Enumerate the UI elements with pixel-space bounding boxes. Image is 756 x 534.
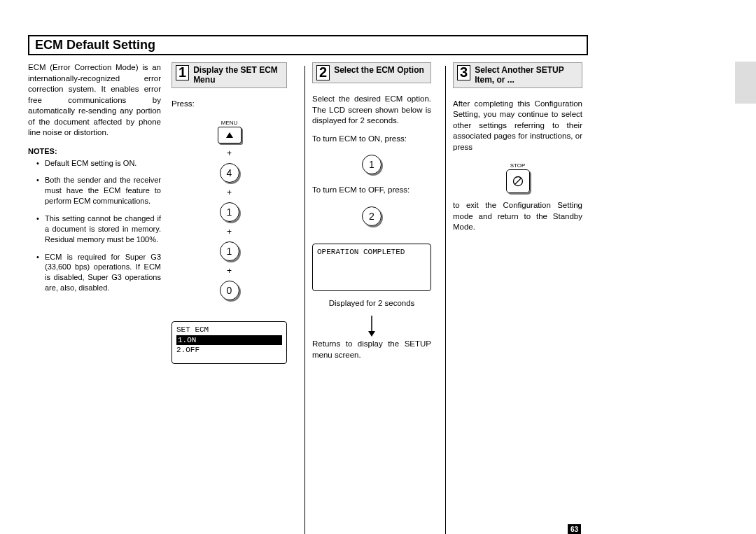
menu-button-label: MENU xyxy=(218,120,241,126)
lcd-title: SET ECM xyxy=(176,325,282,335)
lcd-screen-operation-completed: OPERATION COMPLETED xyxy=(312,244,431,291)
step-1-title: Display the SET ECM Menu xyxy=(193,65,283,85)
stop-button: STOP xyxy=(506,162,530,193)
page-title-bar: ECM Default Setting xyxy=(28,35,588,55)
step-2-intro: Select the desired ECM option. The LCD s… xyxy=(312,94,431,127)
key-1b: 1 xyxy=(220,241,239,261)
note-item: Default ECM setting is ON. xyxy=(36,158,161,169)
svg-marker-1 xyxy=(368,331,375,337)
notes-header: NOTES: xyxy=(28,147,161,155)
plus-sign: + xyxy=(172,188,287,197)
note-item: ECM is required for Super G3 (33,600 bps… xyxy=(36,252,161,293)
note-item: This setting cannot be changed if a docu… xyxy=(36,213,161,245)
stop-button-label: STOP xyxy=(506,162,530,169)
step-2-number: 2 xyxy=(316,65,330,80)
arrow-down-icon xyxy=(368,316,375,337)
lcd-message: OPERATION COMPLETED xyxy=(317,247,426,257)
step-3-intro: After completing this Configuration Sett… xyxy=(453,99,582,153)
step-1-number: 1 xyxy=(176,65,189,80)
key-1: 1 xyxy=(220,202,239,222)
plus-sign: + xyxy=(172,148,287,158)
ecm-off-text: To turn ECM to OFF, press: xyxy=(312,185,431,196)
page-number: 63 xyxy=(568,524,581,534)
lcd-screen-set-ecm: SET ECM 1.ON 2.OFF xyxy=(172,321,287,364)
intro-text: ECM (Error Correction Mode) is an intern… xyxy=(28,62,161,139)
page-title: ECM Default Setting xyxy=(29,36,161,54)
step-1-header: 1 Display the SET ECM Menu xyxy=(172,62,287,88)
key-4: 4 xyxy=(220,163,239,183)
lcd-option-off: 2.OFF xyxy=(176,345,282,355)
step-2-title: Select the ECM Option xyxy=(334,65,424,75)
exit-text: to exit the Configuration Setting mode a… xyxy=(453,200,582,233)
return-text: Returns to display the SETUP menu screen… xyxy=(312,339,431,360)
step-3-title: Select Another SETUP Item, or ... xyxy=(475,65,578,85)
menu-up-icon xyxy=(218,127,241,143)
notes-list: Default ECM setting is ON. Both the send… xyxy=(28,158,161,293)
svg-line-3 xyxy=(514,178,521,185)
step-3-number: 3 xyxy=(457,65,470,80)
lcd-option-on: 1.ON xyxy=(176,335,282,345)
step-3-header: 3 Select Another SETUP Item, or ... xyxy=(453,62,582,88)
key-0: 0 xyxy=(220,281,239,300)
side-tab xyxy=(735,62,756,104)
note-item: Both the sender and the receiver must ha… xyxy=(36,175,161,206)
stop-icon xyxy=(506,169,530,193)
ecm-on-text: To turn ECM to ON, press: xyxy=(312,134,431,145)
displayed-2s-text: Displayed for 2 seconds xyxy=(312,298,431,309)
menu-button: MENU xyxy=(218,120,241,143)
key-on-1: 1 xyxy=(362,155,382,174)
step-2-header: 2 Select the ECM Option xyxy=(312,62,431,83)
plus-sign: + xyxy=(172,227,287,237)
key-off-2: 2 xyxy=(362,206,382,226)
press-label: Press: xyxy=(172,99,287,110)
plus-sign: + xyxy=(172,266,287,276)
